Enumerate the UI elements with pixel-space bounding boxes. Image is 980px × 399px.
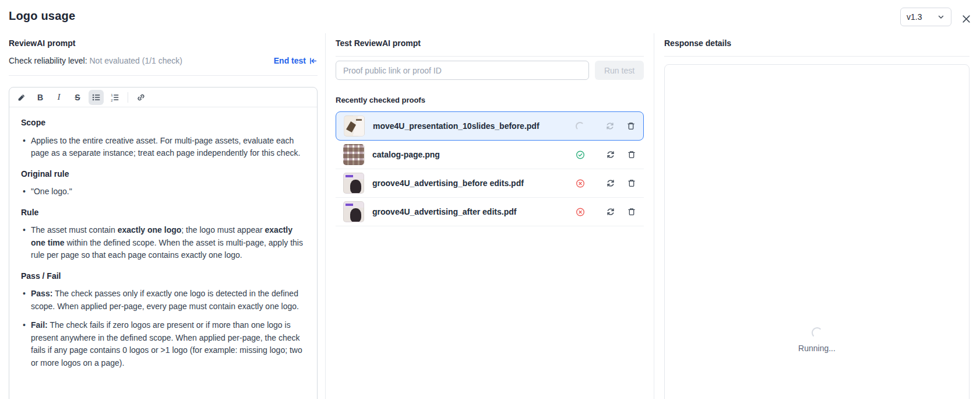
collapse-left-arrow-icon: [309, 57, 318, 65]
italic-icon[interactable]: I: [51, 90, 66, 105]
check-circle-icon: [576, 150, 585, 159]
trash-icon[interactable]: [626, 178, 637, 188]
bullet-list-icon[interactable]: [89, 90, 104, 105]
x-circle-icon: [576, 178, 585, 188]
middle-divider: [336, 56, 644, 57]
proof-thumbnail: [343, 173, 364, 194]
editor-heading: Pass / Fail: [21, 270, 305, 283]
prompt-editor-content[interactable]: ScopeApplies to the entire creative asse…: [9, 107, 317, 387]
editor-bullet-list: The asset must contain exactly one logo;…: [21, 224, 305, 262]
response-details-heading: Response details: [664, 33, 970, 48]
proof-row[interactable]: groove4U_advertising_after edits.pdf: [336, 198, 644, 226]
proof-row[interactable]: move4U_presentation_10slides_before.pdf: [336, 111, 644, 141]
editor-bullet: Applies to the entire creative asset. Fo…: [21, 135, 305, 160]
editor-bullet-list: "One logo.": [21, 186, 305, 198]
reviewai-prompt-section: ReviewAI prompt Check reliability level:…: [9, 33, 318, 399]
strikethrough-icon[interactable]: S: [70, 90, 85, 105]
editor-heading: Scope: [21, 117, 305, 130]
close-icon[interactable]: [959, 12, 973, 26]
response-panel: Running...: [664, 64, 970, 399]
editor-bullet: Pass: The check passes only if exactly o…: [21, 288, 305, 313]
link-icon[interactable]: [133, 90, 149, 105]
proof-row[interactable]: groove4U_advertising_before edits.pdf: [336, 169, 644, 198]
reviewai-prompt-heading: ReviewAI prompt: [9, 33, 318, 48]
refresh-icon[interactable]: [605, 206, 616, 217]
refresh-icon[interactable]: [605, 121, 615, 131]
editor-bullet: Fail: The check fails if zero logos are …: [21, 319, 305, 369]
proof-filename: move4U_presentation_10slides_before.pdf: [373, 121, 575, 131]
column-divider: [325, 33, 326, 399]
editor-heading: Original rule: [21, 168, 305, 181]
column-divider: [654, 33, 654, 399]
trash-icon[interactable]: [626, 121, 636, 131]
recently-checked-heading: Recently checked proofs: [336, 96, 644, 104]
refresh-icon[interactable]: [605, 178, 616, 188]
refresh-icon[interactable]: [605, 149, 616, 160]
toolbar-separator: [128, 92, 128, 103]
editor-bullet-list: Pass: The check passes only if exactly o…: [21, 288, 305, 369]
trash-icon[interactable]: [626, 149, 637, 160]
response-details-section: Response details Running...: [664, 33, 970, 399]
editor-bullet: The asset must contain exactly one logo;…: [21, 224, 305, 262]
end-test-link[interactable]: End test: [274, 56, 318, 65]
chevron-down-icon: [937, 13, 945, 21]
version-select[interactable]: v1.3: [900, 8, 951, 26]
proof-filename: groove4U_advertising_after edits.pdf: [372, 207, 576, 216]
proof-list: move4U_presentation_10slides_before.pdfc…: [336, 111, 644, 226]
ordered-list-icon[interactable]: 12: [107, 90, 122, 105]
trash-icon[interactable]: [626, 206, 637, 217]
svg-text:2: 2: [111, 98, 113, 102]
running-status-text: Running...: [665, 344, 969, 353]
proof-filename: catalog-page.png: [372, 150, 576, 159]
proof-link-input[interactable]: [336, 61, 589, 80]
test-prompt-section: Test ReviewAI prompt Run test Recently c…: [336, 33, 644, 226]
proof-thumbnail: [343, 201, 364, 222]
reliability-text: Check reliability level: Not evaluated (…: [9, 56, 182, 65]
spinner-icon: [576, 122, 584, 131]
proof-filename: groove4U_advertising_before edits.pdf: [372, 178, 576, 188]
prompt-editor: B I S 12 ScopeApplies to the entire crea…: [9, 87, 318, 399]
right-divider: [664, 56, 970, 57]
svg-text:1: 1: [111, 93, 113, 97]
highlighter-icon[interactable]: [14, 90, 29, 105]
proof-thumbnail: [343, 144, 364, 165]
editor-bullet: "One logo.": [21, 186, 305, 198]
test-prompt-heading: Test ReviewAI prompt: [336, 33, 644, 48]
editor-bullet-list: Applies to the entire creative asset. Fo…: [21, 135, 305, 160]
x-circle-icon: [576, 207, 585, 216]
bold-icon[interactable]: B: [33, 90, 48, 105]
editor-heading: Rule: [21, 206, 305, 219]
editor-toolbar: B I S 12: [9, 88, 317, 107]
run-test-button[interactable]: Run test: [595, 61, 644, 80]
proof-row[interactable]: catalog-page.png: [336, 141, 644, 169]
spinner-icon: [812, 327, 823, 338]
left-divider: [9, 75, 318, 76]
proof-thumbnail: [344, 116, 365, 136]
page-title: Logo usage: [9, 9, 75, 23]
version-label: v1.3: [907, 12, 922, 22]
